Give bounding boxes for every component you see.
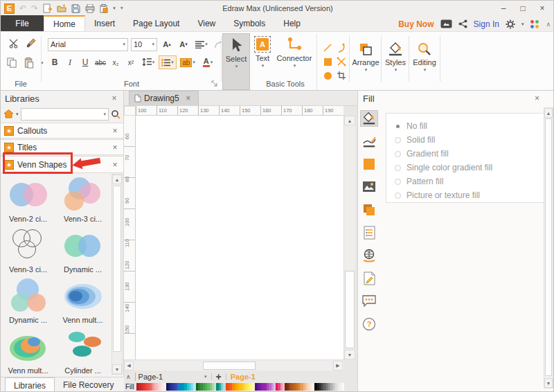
document-tab-close-icon[interactable]: × bbox=[184, 93, 193, 103]
library-search-icon[interactable] bbox=[111, 109, 120, 119]
paste-dropdown-caret[interactable]: ▾ bbox=[113, 6, 116, 11]
library-home-icon[interactable] bbox=[3, 109, 14, 118]
shrink-font-button[interactable]: A▾ bbox=[177, 37, 190, 51]
layers-icon[interactable] bbox=[360, 202, 378, 218]
note-document-icon[interactable] bbox=[360, 270, 378, 287]
scrollbar-thumb[interactable] bbox=[345, 271, 355, 348]
settings-gear-icon[interactable] bbox=[506, 19, 515, 29]
fill-style-icon[interactable] bbox=[360, 110, 378, 127]
collapse-pagebar-icon[interactable]: ∧ bbox=[126, 373, 131, 380]
copy-icon[interactable] bbox=[6, 57, 18, 69]
shape-dynamic-venn-3[interactable]: Dynamic ... bbox=[1, 275, 55, 326]
line-style-icon[interactable] bbox=[360, 133, 378, 150]
share-icon[interactable] bbox=[458, 19, 467, 28]
bold-button[interactable]: B bbox=[48, 55, 62, 69]
buy-now-link[interactable]: Buy Now bbox=[398, 19, 434, 29]
tab-view[interactable]: View bbox=[188, 15, 224, 31]
scroll-up-icon[interactable]: ▲ bbox=[344, 116, 355, 125]
print-icon[interactable] bbox=[85, 4, 95, 13]
shape-venn-multilayer-blue[interactable]: Venn mult... bbox=[55, 275, 110, 326]
add-page-button[interactable]: + bbox=[216, 371, 222, 382]
canvas-vertical-scrollbar[interactable]: ▲ ▼ bbox=[343, 116, 355, 359]
tab-home[interactable]: Home bbox=[44, 15, 85, 31]
fill-option-no-fill[interactable]: No fill bbox=[395, 119, 544, 133]
scroll-down-icon[interactable]: ▼ bbox=[344, 350, 355, 359]
bullets-button[interactable]: ▾ bbox=[159, 55, 177, 69]
fill-option-single-color-gradient[interactable]: Single color gradient fill bbox=[395, 161, 544, 175]
open-folder-icon[interactable] bbox=[57, 4, 66, 12]
maximize-button[interactable]: □ bbox=[513, 1, 533, 16]
superscript-button[interactable]: x² bbox=[124, 55, 138, 69]
export-image-icon[interactable] bbox=[440, 19, 452, 28]
library-section-close-icon[interactable]: × bbox=[110, 160, 120, 170]
fill-panel-close-icon[interactable]: × bbox=[535, 93, 539, 103]
tab-help[interactable]: Help bbox=[274, 15, 310, 31]
scroll-left-icon[interactable]: ◀ bbox=[124, 361, 134, 371]
page-setup-icon[interactable] bbox=[360, 224, 378, 241]
italic-button[interactable]: I bbox=[63, 55, 77, 69]
editing-button[interactable]: Editing ▾ bbox=[410, 39, 439, 90]
hyperlink-globe-icon[interactable] bbox=[360, 247, 378, 264]
font-color-button[interactable]: A ▾ bbox=[199, 55, 217, 69]
format-painter-icon[interactable] bbox=[25, 37, 37, 49]
fill-option-pattern-fill[interactable]: Pattern fill bbox=[395, 175, 544, 188]
scroll-down-icon[interactable]: ▼ bbox=[544, 378, 553, 388]
undo-icon[interactable]: ↶ bbox=[19, 4, 26, 12]
font-size-combo[interactable]: 10 ▾ bbox=[131, 38, 157, 51]
align-text-button[interactable]: ▾ bbox=[193, 37, 210, 51]
page-tab-page1[interactable]: Page-1 ▾ bbox=[135, 373, 207, 381]
shape-dynamic-venn-2[interactable]: Dynamic ... bbox=[55, 224, 110, 275]
line-tool-icon[interactable] bbox=[321, 41, 334, 55]
customize-toolbar-icon[interactable]: ▾ bbox=[120, 4, 123, 12]
font-name-combo[interactable]: Arial ▾ bbox=[48, 38, 128, 51]
library-scrollbar[interactable]: ▲ ▼ bbox=[111, 174, 123, 375]
page-tab-caret[interactable]: ▾ bbox=[204, 374, 207, 380]
new-document-icon[interactable] bbox=[43, 3, 52, 13]
underline-button[interactable]: U bbox=[78, 55, 92, 69]
comment-icon[interactable] bbox=[360, 293, 378, 310]
scrollbar-thumb[interactable] bbox=[113, 186, 121, 352]
help-icon[interactable]: ? bbox=[360, 316, 378, 332]
rectangle-tool-icon[interactable] bbox=[321, 55, 334, 69]
save-icon[interactable] bbox=[71, 4, 80, 13]
library-section-close-icon[interactable]: × bbox=[110, 126, 120, 136]
scroll-down-icon[interactable]: ▼ bbox=[112, 364, 122, 374]
tab-insert[interactable]: Insert bbox=[85, 15, 124, 31]
document-tab-drawing5[interactable]: Drawing5 × bbox=[129, 91, 199, 105]
fill-option-solid-fill[interactable]: Solid fill bbox=[395, 133, 544, 147]
paste-icon[interactable] bbox=[24, 57, 35, 69]
minimize-button[interactable]: – bbox=[494, 1, 513, 16]
tab-symbols[interactable]: Symbols bbox=[224, 15, 274, 31]
close-button[interactable]: × bbox=[533, 1, 552, 16]
scrollbar-thumb[interactable] bbox=[203, 362, 256, 370]
cut-icon[interactable] bbox=[8, 37, 19, 49]
shape-venn-3-circles[interactable]: Venn-3 ci... bbox=[55, 174, 110, 224]
drawing-page[interactable] bbox=[136, 116, 343, 359]
font-dialog-launcher-icon[interactable] bbox=[211, 80, 218, 87]
libraries-panel-close-icon[interactable]: × bbox=[109, 93, 119, 103]
library-section-close-icon[interactable]: × bbox=[110, 143, 120, 152]
scroll-right-icon[interactable]: ▶ bbox=[333, 361, 343, 371]
scrollbar-thumb[interactable] bbox=[545, 118, 552, 376]
text-highlight-button[interactable]: ab ▾ bbox=[178, 55, 197, 69]
shape-cylinder-venn[interactable]: Cylinder ... bbox=[55, 326, 110, 376]
redo-icon[interactable]: ↷ bbox=[31, 4, 38, 12]
library-home-caret[interactable]: ▾ bbox=[16, 112, 19, 117]
palette-swatch[interactable] bbox=[342, 383, 344, 391]
shape-venn-multilayer-green[interactable]: Venn mult... bbox=[1, 326, 55, 376]
scroll-up-icon[interactable]: ▲ bbox=[112, 175, 122, 184]
curve-tool-icon[interactable] bbox=[334, 41, 348, 55]
bottom-tab-file-recovery[interactable]: File Recovery bbox=[55, 377, 122, 392]
arrange-button[interactable]: Arrange ▾ bbox=[350, 39, 381, 90]
shape-venn-3-outline[interactable]: Venn-3 ci... bbox=[1, 224, 55, 275]
collapse-ribbon-icon[interactable]: ∧ bbox=[546, 21, 551, 28]
sign-in-link[interactable]: Sign In bbox=[474, 19, 499, 29]
line-spacing-button[interactable]: ▾ bbox=[139, 55, 157, 69]
styles-button[interactable]: Styles ▾ bbox=[382, 39, 409, 90]
strikethrough-button[interactable]: abc bbox=[93, 55, 107, 69]
canvas-horizontal-scrollbar[interactable]: ◀ ▶ bbox=[124, 359, 343, 371]
paste-style-icon[interactable] bbox=[100, 4, 108, 13]
library-section-titles[interactable]: ★ Titles × bbox=[1, 139, 123, 155]
fill-option-gradient-fill[interactable]: Gradient fill bbox=[395, 147, 544, 161]
bottom-tab-libraries[interactable]: Libraries bbox=[5, 377, 55, 392]
